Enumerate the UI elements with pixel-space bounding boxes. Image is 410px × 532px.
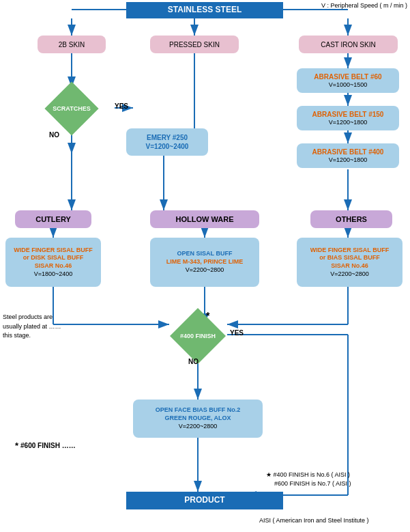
emery-250-label: EMERY #250 V=1200~2400	[126, 133, 208, 151]
note-bottom1: ★ #400 FINISH is No.6 ( AISI )	[266, 471, 350, 478]
hollow-ware-box: HOLLOW WARE	[150, 210, 259, 228]
abrasive-150-speed: V=1200~1800	[329, 119, 368, 127]
abrasive-150-label: ABRASIVE BELT #150	[312, 110, 384, 119]
speed-note: V : Peripheral Speed ( m / min )	[321, 2, 407, 9]
hollow-buff-speed: V=2200~2800	[186, 266, 224, 275]
abrasive-400-box: ABRASIVE BELT #400 V=1200~1800	[297, 143, 399, 168]
steel-note: Steel products are usually plated at …… …	[3, 313, 68, 341]
others-buff-speed: V=2200~2800	[330, 270, 369, 279]
note-bottom2: #600 FINISH is No.7 ( AISI )	[274, 480, 351, 487]
diagram: STAINLESS STEEL V : Peripheral Speed ( m…	[0, 0, 410, 532]
abrasive-400-speed: V=1200~1800	[329, 156, 368, 165]
no1-label: NO	[49, 131, 59, 139]
hollow-buff-line2: LIME M-343, PRINCE LIME	[166, 258, 244, 266]
cutlery-buff-speed: V=1800~2400	[34, 270, 73, 279]
others-buff-line2: or BIAS SISAL BUFF	[319, 254, 379, 262]
open-face-line2: GREEN ROUGE, ALOX	[164, 415, 231, 423]
abrasive-150-box: ABRASIVE BELT #150 V=1200~1800	[297, 106, 399, 130]
no2-label: NO	[188, 358, 199, 365]
open-face-line1: OPEN FACE BIAS BUFF No.2	[156, 406, 241, 415]
stainless-steel-label: STAINLESS STEEL	[168, 5, 241, 16]
open-face-box: OPEN FACE BIAS BUFF No.2 GREEN ROUGE, AL…	[133, 400, 263, 438]
others-buff-box: WIDE FINGER SISAL BUFF or BIAS SISAL BUF…	[297, 238, 402, 287]
open-face-speed: V=2200~2800	[179, 423, 218, 431]
cast-iron-skin-box: CAST IRON SKIN	[299, 36, 398, 53]
pressed-skin-box: PRESSED SKIN	[150, 36, 239, 53]
cutlery-buff-line3: SISAR No.46	[35, 262, 72, 270]
finish400-diamond: #400 FINISH	[164, 314, 232, 358]
others-box: OTHERS	[310, 210, 392, 228]
yes1-label: YES	[115, 102, 128, 110]
hollow-buff-line1: OPEN SISAL BUFF	[177, 250, 233, 258]
finish600-area: * #600 FINISH ……	[15, 440, 76, 451]
cutlery-box: CUTLERY	[15, 210, 91, 228]
others-buff-line3: SISAR No.46	[331, 262, 368, 270]
note-aisi: AISI ( American Iron and Steel Institute…	[259, 517, 369, 524]
emery-250-box: EMERY #250 V=1200~2400	[126, 128, 208, 156]
product-box: PRODUCT	[126, 492, 283, 509]
star2: *	[15, 440, 18, 451]
cutlery-buff-line1: WIDE FINGER SISAL BUFF	[14, 247, 92, 255]
yes2-label: YES	[230, 329, 244, 337]
abrasive-60-box: ABRASIVE BELT #60 V=1000~1500	[297, 68, 399, 93]
cutlery-buff-line2: or DISK SISAL BUFF	[23, 254, 83, 262]
abrasive-60-label: ABRASIVE BELT #60	[314, 72, 381, 81]
scratches-diamond: SCRATCHES	[41, 87, 102, 130]
skin-2b-box: 2B SKIN	[38, 36, 106, 53]
others-buff-line1: WIDE FINGER SISAL BUFF	[310, 247, 389, 255]
abrasive-60-speed: V=1000~1500	[329, 81, 368, 89]
abrasive-400-label: ABRASIVE BELT #400	[312, 148, 384, 156]
cutlery-buff-box: WIDE FINGER SISAL BUFF or DISK SISAL BUF…	[5, 238, 101, 287]
hollow-buff-box: OPEN SISAL BUFF LIME M-343, PRINCE LIME …	[150, 238, 259, 287]
stainless-steel-box: STAINLESS STEEL	[126, 2, 283, 18]
